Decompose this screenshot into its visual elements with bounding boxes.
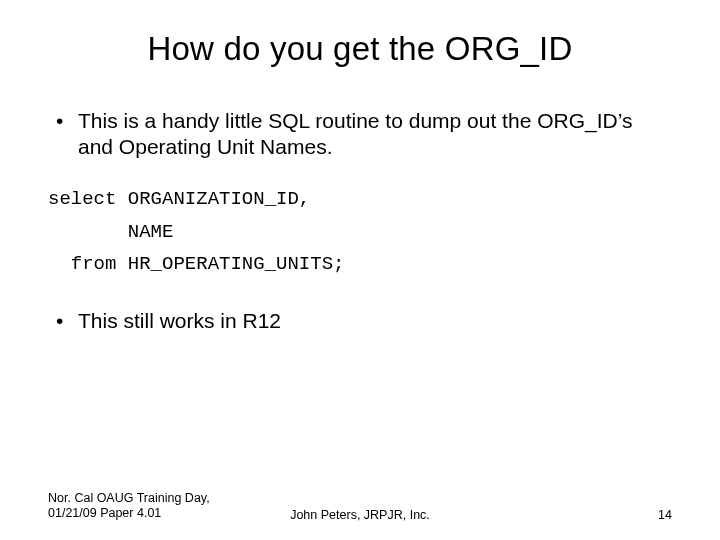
bullet-item: This still works in R12 — [48, 308, 672, 334]
footer-page-number: 14 — [658, 508, 672, 522]
slide-title: How do you get the ORG_ID — [48, 30, 672, 68]
bullet-list-2: This still works in R12 — [48, 308, 672, 334]
bullet-list-1: This is a handy little SQL routine to du… — [48, 108, 672, 159]
sql-code-block: select ORGANIZATION_ID, NAME from HR_OPE… — [48, 183, 672, 280]
slide-footer: Nor. Cal OAUG Training Day, 01/21/09 Pap… — [48, 491, 672, 522]
bullet-item: This is a handy little SQL routine to du… — [48, 108, 672, 159]
slide: How do you get the ORG_ID This is a hand… — [0, 0, 720, 540]
footer-left: Nor. Cal OAUG Training Day, 01/21/09 Pap… — [48, 491, 248, 522]
